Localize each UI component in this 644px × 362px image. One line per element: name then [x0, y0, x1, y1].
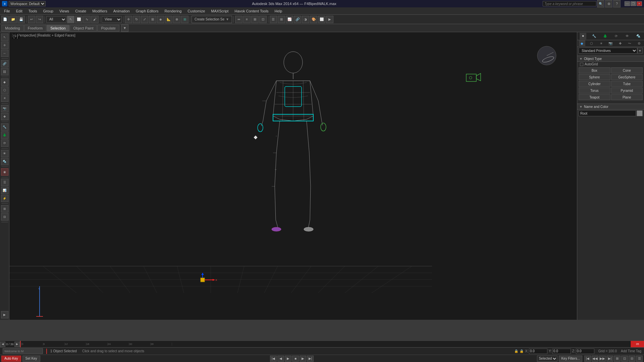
menu-views[interactable]: Views: [57, 8, 72, 14]
play-button[interactable]: ▶: [285, 356, 291, 362]
align-icon[interactable]: ≡: [243, 16, 251, 23]
scale2-icon[interactable]: ⊞: [149, 16, 156, 23]
menu-customize[interactable]: Customize: [185, 8, 208, 14]
transform-icon[interactable]: ✛: [1, 42, 8, 49]
helper-icon[interactable]: ✚: [1, 113, 8, 120]
pb-icon-1[interactable]: |◀: [584, 356, 591, 362]
autogrid-checkbox[interactable]: [580, 63, 583, 66]
wire-param-icon[interactable]: ⚡: [1, 195, 8, 202]
extra-icon[interactable]: ⊞: [1, 205, 8, 213]
rp-tab-motion[interactable]: ⟳: [613, 33, 620, 40]
camera-icon[interactable]: 📷: [1, 105, 8, 112]
rp-camera-icon[interactable]: 📷: [607, 40, 614, 47]
motion-icon[interactable]: ⟳: [1, 139, 8, 147]
search-icon[interactable]: 🔍: [597, 0, 604, 7]
render-icon[interactable]: 🎨: [310, 16, 317, 23]
layer-mgr-icon[interactable]: ☰: [1, 179, 8, 186]
selected-dropdown[interactable]: Selected: [537, 356, 557, 362]
align2-icon[interactable]: ⊞: [251, 16, 259, 23]
render3-icon[interactable]: ▶: [326, 16, 333, 23]
move-icon[interactable]: ✛: [125, 16, 132, 23]
menu-animation[interactable]: Animation: [111, 8, 132, 14]
align3-icon[interactable]: ⊡: [259, 16, 267, 23]
rotate-icon[interactable]: ↻: [133, 16, 140, 23]
paint-sel-icon[interactable]: 🖌: [91, 16, 99, 23]
rp-light-icon[interactable]: ☀: [598, 40, 604, 47]
btn-tube[interactable]: Tube: [611, 81, 643, 87]
pivot-icon[interactable]: ⊕: [173, 16, 180, 23]
timeline-next-icon[interactable]: ▶: [14, 342, 20, 347]
goto-start-button[interactable]: |◀: [270, 356, 277, 362]
rp-geo-icon[interactable]: ◆: [579, 40, 585, 47]
lock2-icon[interactable]: 🔒: [520, 349, 524, 353]
help-icon[interactable]: ?: [613, 0, 621, 7]
schematic-icon[interactable]: 🔗: [294, 16, 301, 23]
open-file-icon[interactable]: 📁: [9, 16, 17, 23]
rp-tab-create[interactable]: ✦: [580, 33, 586, 40]
next-frame-button[interactable]: ▶: [300, 356, 306, 362]
select-object-icon[interactable]: ↖: [1, 34, 8, 41]
menu-havok[interactable]: Havok Content Tools: [232, 8, 271, 14]
layers-icon[interactable]: ☰: [270, 16, 277, 23]
pb-icon-7[interactable]: ⊟: [629, 356, 635, 362]
menu-file[interactable]: File: [1, 8, 13, 14]
track-view-icon[interactable]: 📊: [1, 187, 8, 194]
rp-tab-utilities[interactable]: 🔩: [635, 33, 642, 40]
auto-key-button[interactable]: Auto Key: [1, 356, 21, 362]
sub-toolbar-options-icon[interactable]: ▼: [121, 24, 128, 32]
viewport[interactable]: [+] [Perspective] [Realistic + Edged Fac…: [9, 32, 577, 320]
z-input[interactable]: [576, 349, 594, 354]
btn-plane[interactable]: Plane: [611, 94, 643, 100]
menu-rendering[interactable]: Rendering: [162, 8, 184, 14]
set-key-button[interactable]: Set Key: [22, 356, 40, 362]
select-lasso-icon[interactable]: ∿: [83, 16, 91, 23]
undo-icon[interactable]: ↩: [28, 16, 35, 23]
btn-torus[interactable]: Torus: [579, 87, 610, 94]
save-file-icon[interactable]: 💾: [17, 16, 25, 23]
rp-shape-icon[interactable]: ⬡: [588, 40, 595, 47]
btn-pyramid[interactable]: Pyramid: [611, 87, 643, 94]
reactor-icon[interactable]: ◉: [1, 168, 8, 176]
rp-space-warp-icon[interactable]: 〜: [626, 40, 633, 47]
rp-tab-modify[interactable]: 🔧: [591, 33, 597, 40]
create-selection-button[interactable]: Create Selection Se ▼: [192, 16, 232, 23]
menu-maxscript[interactable]: MAXScript: [208, 8, 231, 14]
tab-populate[interactable]: Populate: [97, 25, 119, 32]
restore-button[interactable]: ❐: [631, 1, 636, 6]
goto-end-button[interactable]: ▶|: [307, 356, 314, 362]
redo-icon[interactable]: ↪: [36, 16, 43, 23]
pb-icon-8[interactable]: ☰: [636, 356, 643, 362]
btn-box[interactable]: Box: [579, 67, 610, 73]
create-light-icon[interactable]: ☀: [1, 95, 8, 102]
render2-icon[interactable]: ⬜: [318, 16, 325, 23]
key-filters-button[interactable]: Key Filters...: [559, 356, 582, 362]
y-input[interactable]: [552, 349, 571, 354]
search-options-icon[interactable]: ⚙: [605, 0, 612, 7]
timeline-prev-icon[interactable]: ◀: [0, 342, 5, 347]
minimize-button[interactable]: —: [625, 1, 630, 6]
btn-teapot[interactable]: Teapot: [579, 94, 610, 100]
menu-edit[interactable]: Edit: [13, 8, 25, 14]
stop-button[interactable]: ■: [292, 356, 299, 362]
pb-icon-2[interactable]: ◀◀: [592, 356, 598, 362]
create-geo-icon[interactable]: ◆: [1, 78, 8, 86]
rp-tab-display[interactable]: 👁: [624, 33, 631, 40]
hierarchy-icon[interactable]: 🌲: [1, 131, 8, 139]
mirror-icon[interactable]: ⇔: [235, 16, 243, 23]
menu-tools[interactable]: Tools: [26, 8, 40, 14]
filter-dropdown[interactable]: All: [46, 16, 66, 23]
new-scene-icon[interactable]: 📄: [1, 16, 9, 23]
select-region-icon[interactable]: ⬜: [75, 16, 83, 23]
view-dropdown[interactable]: View: [102, 16, 122, 23]
create-shape-icon[interactable]: ⬡: [1, 86, 8, 94]
manipulate-icon[interactable]: ↔: [1, 50, 8, 57]
object-color-swatch[interactable]: [637, 110, 643, 116]
select-icon[interactable]: ↖: [67, 16, 74, 23]
playhead[interactable]: [20, 341, 21, 347]
tab-modeling[interactable]: Modeling: [1, 25, 24, 32]
workspace-dropdown[interactable]: Workspace: Default: [9, 1, 46, 6]
btn-cylinder[interactable]: Cylinder: [579, 81, 610, 87]
btn-geosphere[interactable]: GeoSphere: [611, 74, 643, 80]
lock-icon[interactable]: 🔒: [514, 349, 518, 353]
scale3-icon[interactable]: ◈: [157, 16, 164, 23]
